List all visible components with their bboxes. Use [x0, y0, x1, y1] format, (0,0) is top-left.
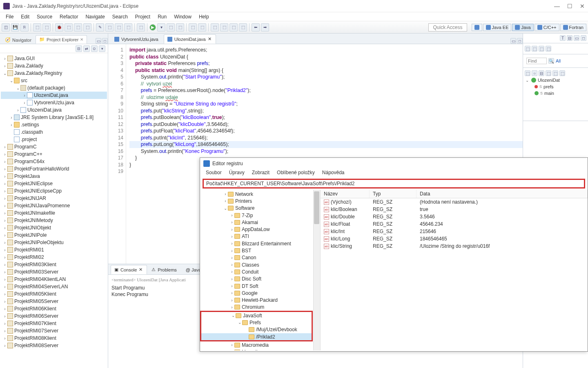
- scrollbar[interactable]: [313, 190, 320, 350]
- outline-btn[interactable]: ⬚: [546, 70, 551, 76]
- tool-button[interactable]: ⬚: [220, 23, 228, 31]
- outline-btn[interactable]: ⬚: [532, 46, 537, 52]
- tree-item[interactable]: ›ProjektJNIPole: [1, 231, 107, 239]
- view-max-button[interactable]: □: [102, 38, 108, 44]
- tool-button[interactable]: ⬚: [83, 23, 91, 31]
- outline-max[interactable]: □: [581, 35, 586, 41]
- menu-search[interactable]: Search: [109, 13, 131, 20]
- tree-item[interactable]: ›.settings: [1, 121, 107, 128]
- tree-item[interactable]: ›ProjektRMI04ServerLAN: [1, 283, 107, 290]
- menu-navigate[interactable]: Navigate: [82, 13, 108, 20]
- outline-btn[interactable]: ⬚: [552, 70, 558, 76]
- regedit-menu-item[interactable]: Nápověda: [319, 169, 348, 177]
- forward-button[interactable]: ➡: [261, 23, 269, 31]
- tree-item[interactable]: ›ProgramC++: [1, 150, 107, 158]
- tool-button[interactable]: ⬚: [74, 23, 82, 31]
- menu-project[interactable]: Project: [132, 13, 154, 20]
- tree-item[interactable]: ›ProjektRMI08Klient: [1, 334, 107, 342]
- tree-item[interactable]: ⌄src: [1, 77, 107, 84]
- col-data[interactable]: Data: [416, 190, 588, 198]
- regedit-tree-item[interactable]: ›Chromium: [200, 304, 320, 311]
- regedit-tree-item[interactable]: ›Macromedia: [200, 341, 320, 348]
- save-all-button[interactable]: ⎘: [20, 23, 29, 31]
- regedit-tree-item[interactable]: ›7-Zip: [200, 212, 320, 219]
- tree-item[interactable]: ›ProjektRMI03Klient: [1, 261, 107, 268]
- tool-button[interactable]: ⬚: [124, 23, 132, 31]
- regedit-tree-item[interactable]: ›Marvell: [200, 349, 320, 350]
- tree-item[interactable]: ›ProjektJNIObjekt: [1, 224, 107, 231]
- tool-button[interactable]: ⬚: [137, 23, 145, 31]
- regedit-tree-item[interactable]: ›ATI: [200, 233, 320, 240]
- menu-window[interactable]: Window: [171, 13, 195, 20]
- tree-item[interactable]: ›ProjektRMI07Klient: [1, 320, 107, 327]
- tree-item[interactable]: ›ProjektRMI03Server: [1, 268, 107, 276]
- regedit-tree-item[interactable]: ›Printers: [200, 197, 320, 204]
- tree-item[interactable]: ›ProjektJNIEclipse: [1, 180, 107, 187]
- tree-item[interactable]: ⌄(default package): [1, 84, 107, 92]
- tree-item[interactable]: ›ProjektRMI08Server: [1, 342, 107, 349]
- regedit-tree-item[interactable]: ›Akamai: [200, 219, 320, 226]
- tree-item[interactable]: ›ProjektJNIPoleObjektu: [1, 239, 107, 246]
- tab-problems[interactable]: ⚠Problems: [148, 265, 181, 274]
- outline-btn[interactable]: ⬚: [546, 46, 551, 52]
- back-button[interactable]: ⬅: [252, 23, 260, 31]
- minimize-button[interactable]: —: [554, 3, 560, 9]
- view-min-button[interactable]: ▭: [96, 38, 101, 44]
- regedit-tree-item[interactable]: ›DT Soft: [200, 283, 320, 289]
- menu-run[interactable]: Run: [154, 13, 170, 20]
- perspective-cpp[interactable]: C/C++: [535, 24, 559, 31]
- collapse-all-button[interactable]: ⊟: [76, 45, 82, 52]
- regedit-tree-item[interactable]: ›Disc Soft: [200, 276, 320, 283]
- debug-button[interactable]: 🐞: [55, 23, 63, 31]
- col-type[interactable]: Typ: [370, 190, 416, 198]
- save-button[interactable]: 💾: [11, 23, 19, 31]
- tool-button[interactable]: ⬚: [33, 23, 41, 31]
- run-button[interactable]: ▶: [149, 24, 156, 31]
- outline-class[interactable]: ⌄UlozeniDat: [525, 77, 586, 83]
- regedit-menu-item[interactable]: Soubor: [203, 169, 225, 177]
- tree-item[interactable]: ›ProjektRMI06Server: [1, 312, 107, 320]
- tree-item[interactable]: ›ProjektRMI07Server: [1, 327, 107, 334]
- regedit-menu-item[interactable]: Oblíbené položky: [274, 169, 318, 177]
- regedit-tree-item[interactable]: ›Conduit: [200, 268, 320, 275]
- registry-value-row[interactable]: abklic/IntREG_SZ215646: [321, 228, 588, 235]
- new-button[interactable]: ◫: [2, 23, 10, 31]
- regedit-tree-item[interactable]: ⌄JavaSoft: [201, 312, 312, 319]
- editor-tab-vytvoreni[interactable]: VytvoreniUzlu.java: [111, 35, 163, 44]
- outline-field[interactable]: Sprefs: [525, 83, 586, 90]
- outline-btn[interactable]: ⬚: [525, 70, 530, 76]
- tree-item[interactable]: ›ProjektRMI05Server: [1, 298, 107, 305]
- perspective-java[interactable]: Java: [512, 24, 533, 31]
- menu-source[interactable]: Source: [33, 13, 56, 20]
- tree-item[interactable]: ›ProjektJNIJavaPromenne: [1, 202, 107, 209]
- outline-tool[interactable]: T: [560, 35, 566, 41]
- outline-method[interactable]: Smain: [525, 90, 586, 96]
- tree-item[interactable]: ›Java.Zaklady: [1, 62, 107, 70]
- regedit-tree-item[interactable]: ›BST: [200, 247, 320, 254]
- registry-value-row[interactable]: abklic/BooleanREG_SZtrue: [321, 206, 588, 213]
- tool-button[interactable]: ⬚: [176, 23, 184, 31]
- registry-value-row[interactable]: abklic/FloatREG_SZ45646.234: [321, 220, 588, 228]
- regedit-address[interactable]: Počítač\HKEY_CURRENT_USER\Software\JavaS…: [203, 179, 585, 188]
- tool-button[interactable]: ⬚: [198, 23, 206, 31]
- regedit-tree-item[interactable]: /Priklad2: [201, 333, 312, 340]
- tree-item[interactable]: ›ProjektRMI06Klient: [1, 305, 107, 312]
- search-icon[interactable]: 🔍: [548, 58, 554, 64]
- tree-item[interactable]: ›ProjektJNIMetody: [1, 217, 107, 224]
- regedit-menu-item[interactable]: Zobrazit: [249, 169, 273, 177]
- view-menu-button[interactable]: ▾: [99, 45, 105, 52]
- col-name[interactable]: Název: [321, 190, 370, 198]
- tool-button[interactable]: ⬚: [167, 23, 175, 31]
- outline-btn[interactable]: ⬚: [525, 46, 530, 52]
- tree-item[interactable]: ›ProjektRMI05Klient: [1, 290, 107, 298]
- registry-value-row[interactable]: abklic/StringREG_SZ/Ulozime /String do r…: [321, 242, 588, 250]
- tool-button[interactable]: ⬚: [211, 23, 219, 31]
- tab-project-explorer[interactable]: 📁Project Explorer✕: [36, 35, 87, 44]
- tool-button[interactable]: ⬚: [105, 23, 114, 31]
- close-button[interactable]: ✕: [580, 3, 585, 9]
- outline-btn[interactable]: ⬚: [539, 46, 544, 52]
- tool-button[interactable]: ⬚: [42, 23, 51, 31]
- outline-min[interactable]: ▭: [574, 35, 579, 41]
- menu-help[interactable]: Help: [196, 13, 212, 20]
- tree-item[interactable]: .project: [1, 136, 107, 143]
